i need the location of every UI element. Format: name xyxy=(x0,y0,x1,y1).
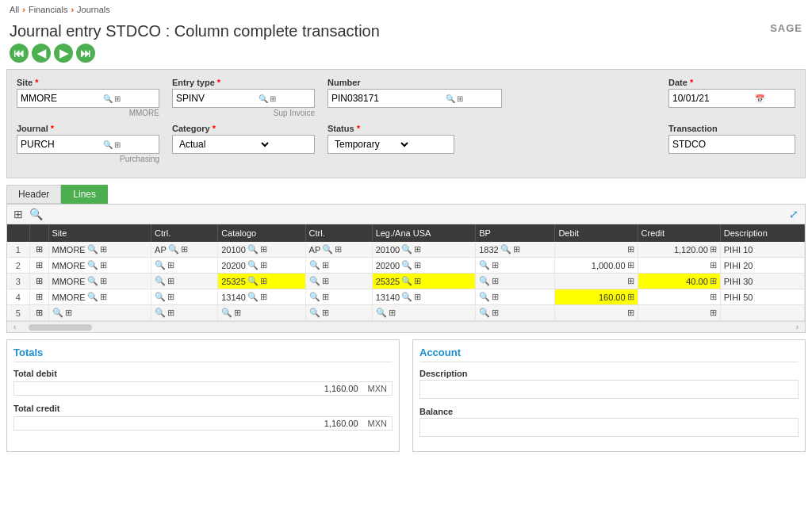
expand-icon[interactable]: ⤢ xyxy=(789,208,799,220)
number-detail-icon[interactable]: ⊞ xyxy=(457,94,463,103)
site-search-icon-4[interactable]: 🔍 xyxy=(52,308,63,318)
ctrl1-search-icon-0[interactable]: 🔍 xyxy=(168,244,179,255)
catalogo-search-icon-0[interactable]: 🔍 xyxy=(247,244,259,255)
credit-detail-icon-1[interactable]: ⊞ xyxy=(710,260,717,270)
status-select[interactable]: Temporary xyxy=(331,138,411,151)
leg-ana-detail-icon-3[interactable]: ⊞ xyxy=(414,292,421,302)
catalogo-search-icon-3[interactable]: 🔍 xyxy=(247,292,259,302)
ctrl2-detail-icon-0[interactable]: ⊞ xyxy=(335,244,342,255)
bp-search-icon-0[interactable]: 🔍 xyxy=(500,244,511,255)
debit-detail-icon-4[interactable]: ⊞ xyxy=(627,308,634,318)
credit-detail-icon-4[interactable]: ⊞ xyxy=(710,308,717,318)
catalogo-search-icon-4[interactable]: 🔍 xyxy=(221,308,232,318)
site-search-icon-2[interactable]: 🔍 xyxy=(87,276,98,286)
ctrl2-search-icon-0[interactable]: 🔍 xyxy=(322,244,333,255)
ctrl2-detail-icon-4[interactable]: ⊞ xyxy=(322,308,329,318)
ctrl1-detail-icon-2[interactable]: ⊞ xyxy=(167,276,174,286)
scroll-right-arrow[interactable]: › xyxy=(796,323,799,331)
leg-ana-search-icon-4[interactable]: 🔍 xyxy=(376,308,387,318)
leg-ana-search-icon-1[interactable]: 🔍 xyxy=(401,260,412,270)
entry-type-detail-icon[interactable]: ⊞ xyxy=(270,94,276,103)
scroll-bar[interactable] xyxy=(29,324,92,331)
bp-detail-icon-1[interactable]: ⊞ xyxy=(492,260,499,270)
search-toolbar-icon[interactable]: 🔍 xyxy=(29,208,43,220)
scroll-left-arrow[interactable]: ‹ xyxy=(13,323,16,331)
leg-ana-search-icon-0[interactable]: 🔍 xyxy=(401,244,412,255)
ctrl1-detail-icon-1[interactable]: ⊞ xyxy=(167,260,174,270)
ctrl1-search-icon-1[interactable]: 🔍 xyxy=(155,260,166,270)
breadcrumb-all[interactable]: All xyxy=(10,5,19,14)
site-detail-icon-1[interactable]: ⊞ xyxy=(100,260,107,270)
date-calendar-icon[interactable]: 📅 xyxy=(755,94,764,103)
catalogo-detail-icon-1[interactable]: ⊞ xyxy=(260,260,267,270)
site-detail-icon[interactable]: ⊞ xyxy=(114,94,121,103)
bp-detail-icon-3[interactable]: ⊞ xyxy=(492,292,499,302)
bp-search-icon-2[interactable]: 🔍 xyxy=(479,276,490,286)
catalogo-detail-icon-2[interactable]: ⊞ xyxy=(260,276,267,286)
table-view-icon[interactable]: ⊞ xyxy=(13,208,23,220)
ctrl2-search-icon-2[interactable]: 🔍 xyxy=(309,276,320,286)
ctrl1-detail-icon-3[interactable]: ⊞ xyxy=(167,292,174,302)
bp-detail-icon-2[interactable]: ⊞ xyxy=(492,276,499,286)
ctrl2-search-icon-1[interactable]: 🔍 xyxy=(309,260,320,270)
tab-lines[interactable]: Lines xyxy=(61,185,108,204)
catalogo-detail-icon-0[interactable]: ⊞ xyxy=(260,244,267,255)
ctrl2-search-icon-4[interactable]: 🔍 xyxy=(309,308,320,318)
ctrl1-detail-icon-0[interactable]: ⊞ xyxy=(181,244,188,255)
catalogo-search-icon-2[interactable]: 🔍 xyxy=(247,276,259,286)
journal-search-icon[interactable]: 🔍 xyxy=(103,140,113,149)
site-detail-icon-2[interactable]: ⊞ xyxy=(100,276,107,286)
leg-ana-detail-icon-2[interactable]: ⊞ xyxy=(414,276,421,286)
date-input[interactable] xyxy=(672,93,752,104)
transaction-input[interactable] xyxy=(672,139,752,150)
debit-detail-icon-0[interactable]: ⊞ xyxy=(627,244,634,255)
bp-search-icon-1[interactable]: 🔍 xyxy=(479,260,490,270)
debit-detail-icon-1[interactable]: ⊞ xyxy=(627,260,634,270)
bp-detail-icon-0[interactable]: ⊞ xyxy=(513,244,520,255)
credit-detail-icon-3[interactable]: ⊞ xyxy=(710,292,717,302)
catalogo-detail-icon-4[interactable]: ⊞ xyxy=(234,308,241,318)
row-type-icon[interactable]: ⊞ xyxy=(29,274,48,289)
credit-detail-icon-2[interactable]: ⊞ xyxy=(710,276,717,286)
bp-search-icon-4[interactable]: 🔍 xyxy=(479,308,490,318)
ctrl2-detail-icon-3[interactable]: ⊞ xyxy=(322,292,329,302)
journal-input[interactable] xyxy=(21,139,100,150)
category-select[interactable]: Actual xyxy=(176,138,271,151)
entry-type-search-icon[interactable]: 🔍 xyxy=(259,94,268,103)
number-input[interactable] xyxy=(331,93,442,104)
ctrl1-detail-icon-4[interactable]: ⊞ xyxy=(167,308,174,318)
leg-ana-detail-icon-4[interactable]: ⊞ xyxy=(389,308,396,318)
site-detail-icon-4[interactable]: ⊞ xyxy=(65,308,72,318)
bp-search-icon-3[interactable]: 🔍 xyxy=(479,292,490,302)
credit-detail-icon-0[interactable]: ⊞ xyxy=(710,244,717,255)
catalogo-detail-icon-3[interactable]: ⊞ xyxy=(260,292,267,302)
debit-detail-icon-3[interactable]: ⊞ xyxy=(627,292,634,302)
nav-last-button[interactable]: ⏭ xyxy=(76,44,95,63)
leg-ana-search-icon-3[interactable]: 🔍 xyxy=(401,292,412,302)
row-type-icon[interactable]: ⊞ xyxy=(29,258,48,274)
row-type-icon[interactable]: ⊞ xyxy=(29,242,48,258)
ctrl1-search-icon-2[interactable]: 🔍 xyxy=(155,276,166,286)
debit-detail-icon-2[interactable]: ⊞ xyxy=(627,276,634,286)
journal-detail-icon[interactable]: ⊞ xyxy=(114,140,121,149)
site-detail-icon-3[interactable]: ⊞ xyxy=(100,292,107,302)
ctrl1-search-icon-4[interactable]: 🔍 xyxy=(155,308,166,318)
site-search-icon-1[interactable]: 🔍 xyxy=(87,260,98,270)
ctrl1-search-icon-3[interactable]: 🔍 xyxy=(155,292,166,302)
leg-ana-detail-icon-0[interactable]: ⊞ xyxy=(414,244,421,255)
site-search-icon-3[interactable]: 🔍 xyxy=(87,292,98,302)
row-type-icon[interactable]: ⊞ xyxy=(29,305,48,321)
nav-first-button[interactable]: ⏮ xyxy=(10,44,29,63)
ctrl2-detail-icon-2[interactable]: ⊞ xyxy=(322,276,329,286)
site-search-icon[interactable]: 🔍 xyxy=(103,94,113,103)
breadcrumb-financials[interactable]: Financials xyxy=(29,5,68,14)
bp-detail-icon-4[interactable]: ⊞ xyxy=(492,308,499,318)
tab-header[interactable]: Header xyxy=(6,185,61,204)
leg-ana-search-icon-2[interactable]: 🔍 xyxy=(401,276,412,286)
nav-next-button[interactable]: ▶ xyxy=(54,44,73,63)
catalogo-search-icon-1[interactable]: 🔍 xyxy=(247,260,259,270)
entry-type-input[interactable] xyxy=(176,93,255,104)
nav-prev-button[interactable]: ◀ xyxy=(32,44,51,63)
row-type-icon[interactable]: ⊞ xyxy=(29,289,48,305)
site-search-icon-0[interactable]: 🔍 xyxy=(87,244,98,255)
